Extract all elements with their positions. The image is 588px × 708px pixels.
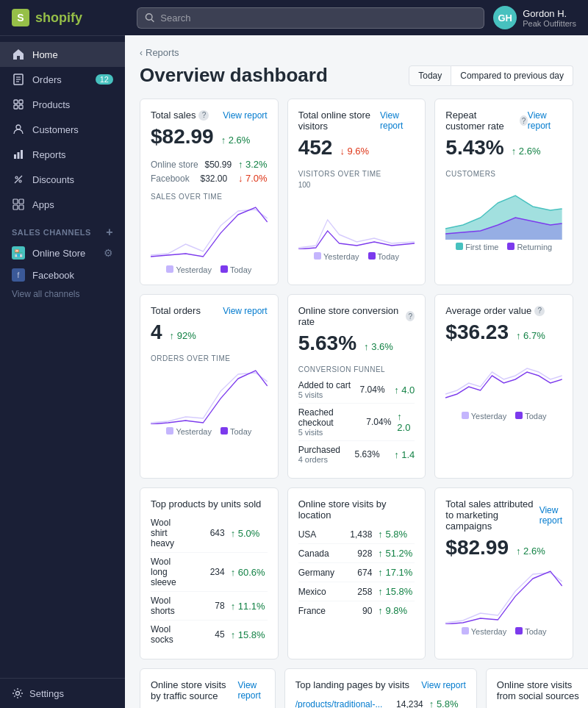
total-sales-help-icon[interactable]: ? [198, 110, 209, 121]
online-visitors-chart [298, 190, 415, 249]
sidebar-item-orders[interactable]: Orders 12 [0, 67, 125, 92]
customers-icon [12, 123, 25, 136]
repeat-customer-view-report[interactable]: View report [528, 110, 562, 131]
repeat-customer-help-icon[interactable]: ? [520, 115, 528, 126]
search-box[interactable] [137, 7, 484, 29]
card-visits-location: Online store visits by location USA 1,43… [287, 487, 426, 659]
svg-rect-17 [13, 205, 18, 210]
repeat-customer-change: ↑ 2.6% [512, 146, 541, 157]
online-visitors-legend: Yesterday Today [298, 252, 415, 261]
sidebar-item-customers[interactable]: Customers [0, 117, 125, 142]
content: ‹ Reports Overview dashboard Today Compa… [125, 35, 588, 708]
landing-pages-list: /products/traditional-... 14,234 ↑ 5.8% … [295, 695, 466, 708]
svg-line-21 [151, 19, 154, 21]
sidebar-channel-facebook[interactable]: f Facebook [0, 264, 125, 286]
card-total-sales: Total sales ? View report $82.99 ↑ 2.6% … [140, 99, 279, 285]
search-input[interactable] [160, 12, 476, 24]
second-row: Total orders View report 4 ↑ 92% ORDERS … [140, 294, 573, 479]
avatar: GH [493, 6, 517, 29]
total-orders-chart-label: ORDERS OVER TIME [151, 354, 268, 362]
svg-rect-10 [18, 152, 20, 159]
avg-order-title: Average order value ? [445, 305, 545, 316]
visits-location-title: Online store visits by location [298, 498, 415, 521]
visits-social-title: Online store visits from social sources [497, 679, 588, 701]
funnel-row-0-sub: 5 visits [298, 390, 351, 399]
list-item: Wool shorts 78 ↑ 11.1% [151, 592, 268, 621]
breadcrumb[interactable]: ‹ Reports [140, 47, 573, 58]
total-sales-title: Total sales ? [151, 110, 209, 121]
list-item: Wool long sleeve 234 ↑ 60.6% [151, 553, 268, 592]
search-icon [145, 12, 154, 23]
card-conversion-rate: Online store conversion rate ? 5.63% ↑ 3… [287, 294, 426, 479]
sidebar-item-home[interactable]: Home [0, 42, 125, 67]
sidebar-channel-online-store[interactable]: 🏪 Online Store ⚙ [0, 242, 125, 264]
sidebar-settings[interactable]: Settings [0, 678, 125, 708]
conversion-rate-title: Online store conversion rate ? [298, 305, 415, 327]
sidebar-logo[interactable]: S shopify [0, 0, 125, 36]
list-item: Canada 928 ↑ 51.2% [298, 544, 415, 563]
add-channel-icon[interactable]: + [106, 226, 113, 239]
sidebar-item-products[interactable]: Products [0, 92, 125, 117]
repeat-customer-chart-label: CUSTOMERS [445, 170, 562, 178]
online-visitors-view-report[interactable]: View report [380, 110, 415, 131]
svg-rect-9 [14, 154, 16, 159]
sidebar-item-discounts[interactable]: Discounts [0, 167, 125, 192]
sales-marketing-view-report[interactable]: View report [539, 505, 562, 526]
list-item: Mexico 258 ↑ 15.8% [298, 582, 415, 601]
funnel-row-1-sub: 5 visits [298, 428, 361, 437]
total-sales-view-report[interactable]: View report [223, 110, 267, 121]
sidebar-nav: Home Orders 12 Products Customers Repo [0, 36, 125, 678]
home-icon [12, 48, 25, 61]
total-orders-view-report[interactable]: View report [223, 306, 267, 316]
conversion-funnel-label: CONVERSION FUNNEL [298, 365, 415, 373]
top-products-list: Wool shirt heavy 643 ↑ 5.0% Wool long sl… [151, 514, 268, 648]
card-total-orders: Total orders View report 4 ↑ 92% ORDERS … [140, 294, 279, 479]
repeat-customer-legend: First time Returning [445, 243, 562, 251]
svg-rect-6 [14, 105, 18, 109]
funnel-row-0-pct: 7.04% [360, 385, 385, 395]
user-details: Gordon H. Peak Outfitters [523, 8, 576, 28]
discounts-icon [12, 173, 25, 186]
sales-channels-section: SALES CHANNELS + [0, 217, 125, 242]
sidebar-item-apps[interactable]: Apps [0, 192, 125, 217]
list-item: /products/traditional-... 14,234 ↑ 5.8% [295, 695, 466, 708]
settings-label: Settings [29, 688, 64, 699]
fourth-row: Online store visits by traffic source Vi… [140, 668, 573, 708]
online-visitors-value: 452 [298, 136, 333, 160]
landing-pages-view-report[interactable]: View report [421, 680, 465, 690]
settings-icon [12, 687, 24, 699]
conversion-rate-change: ↑ 3.6% [364, 341, 393, 352]
svg-rect-18 [19, 205, 24, 210]
sidebar-item-label-orders: Orders [32, 74, 62, 85]
total-orders-change: ↑ 92% [170, 330, 196, 341]
sidebar-item-label-products: Products [32, 99, 70, 110]
user-info[interactable]: GH Gordon H. Peak Outfitters [493, 6, 576, 29]
user-store: Peak Outfitters [523, 19, 576, 28]
shopify-logo-text: shopify [35, 10, 82, 26]
total-sales-chart-label: SALES OVER TIME [151, 193, 268, 201]
visits-traffic-view-report[interactable]: View report [237, 680, 264, 701]
page-header: Overview dashboard Today Compared to pre… [140, 64, 573, 87]
sidebar: S shopify Home Orders 12 Products [0, 0, 125, 708]
repeat-customer-value: 5.43% [445, 136, 503, 160]
online-visitors-title: Total online store visitors [298, 110, 380, 132]
total-sales-sub-metrics: Online store $50.99 ↑ 3.2% Facebook $32.… [151, 157, 268, 185]
list-item: Wool socks 45 ↑ 15.8% [151, 621, 268, 648]
apps-icon [12, 198, 25, 211]
conversion-rate-help-icon[interactable]: ? [406, 311, 415, 321]
svg-rect-15 [13, 199, 18, 204]
online-store-settings-icon[interactable]: ⚙ [104, 247, 113, 259]
view-all-channels-link[interactable]: View all channels [0, 286, 125, 305]
sales-marketing-value: $82.99 [445, 536, 509, 559]
svg-point-13 [19, 180, 21, 182]
total-orders-value: 4 [151, 321, 162, 344]
svg-point-8 [16, 125, 21, 129]
conversion-funnel: Added to cart5 visits 7.04% ↑ 4.0 Reache… [298, 376, 415, 468]
today-button[interactable]: Today [409, 65, 451, 86]
sidebar-item-reports[interactable]: Reports [0, 142, 125, 167]
avg-order-help-icon[interactable]: ? [534, 306, 545, 316]
conversion-rate-value: 5.63% [298, 332, 356, 355]
compare-button[interactable]: Compared to previous day [451, 65, 573, 86]
funnel-row-0-change: ↑ 4.0 [394, 385, 415, 396]
svg-rect-16 [19, 199, 24, 204]
